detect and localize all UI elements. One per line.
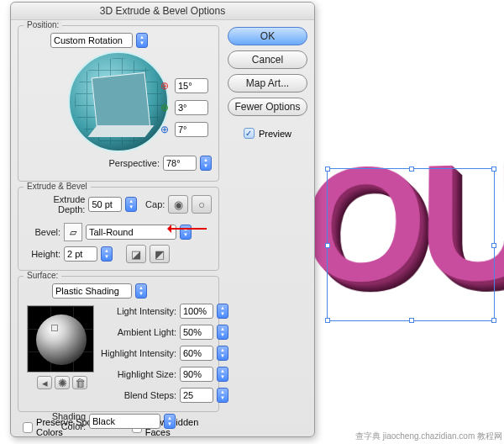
highlight-intensity-label: Highlight Intensity: [99,348,176,358]
artboard-preview: OUT [321,141,501,335]
bevel-extent-out-button[interactable]: ◩ [150,245,170,263]
rotation-preset-stepper[interactable]: ▲▼ [136,33,148,48]
surface-preset-select[interactable]: Plastic Shading [52,283,132,299]
height-label: Height: [25,249,60,259]
surface-legend: Surface: [24,271,61,280]
x-axis-input[interactable]: 15° [175,78,208,93]
light-intensity-stepper[interactable]: ▲▼ [217,304,228,319]
height-input[interactable]: 2 pt [64,246,97,262]
annotation-arrow [170,228,207,230]
shading-color-label: Shading Color: [25,411,86,431]
depth-label: Extrude Depth: [25,194,85,214]
watermark: 查字典 jiaocheng.chazidian.com 教程网 [355,431,502,442]
map-art-button[interactable]: Map Art... [228,74,307,92]
bevel-label: Bevel: [25,227,60,237]
height-stepper[interactable]: ▲▼ [101,246,113,262]
highlight-size-input[interactable]: 90% [180,367,213,382]
y-axis-input[interactable]: 3° [175,100,208,115]
perspective-stepper[interactable]: ▲▼ [200,156,212,171]
rotation-preset-select[interactable]: Custom Rotation [50,33,133,48]
dialog-3d-extrude-bevel: 3D Extrude & Bevel Options OK Cancel Map… [10,2,315,437]
cap-on-button[interactable]: ◉ [168,195,188,214]
bevel-extent-in-button[interactable]: ◪ [126,245,146,263]
cancel-button[interactable]: Cancel [228,50,307,69]
blend-steps-input[interactable]: 25 [180,388,213,403]
depth-stepper[interactable]: ▲▼ [125,197,137,212]
highlight-size-stepper[interactable]: ▲▼ [217,367,228,382]
rotation-track-cube[interactable] [68,51,169,152]
blend-steps-stepper[interactable]: ▲▼ [217,388,228,403]
light-sphere-preview[interactable] [27,305,94,373]
y-axis-icon: ⊕ [158,101,171,114]
position-legend: Position: [24,20,62,29]
depth-input[interactable]: 50 pt [88,197,122,212]
extrude-legend: Extrude & Bevel [24,182,91,191]
highlight-intensity-input[interactable]: 60% [180,346,213,361]
surface-preset-stepper[interactable]: ▲▼ [135,283,147,299]
preview-checkbox[interactable]: ✓ [244,128,255,139]
preview-label: Preview [259,129,291,139]
perspective-label: Perspective: [108,158,160,168]
highlight-size-label: Highlight Size: [99,369,176,379]
delete-light-button[interactable]: 🗑 [72,376,87,389]
shading-color-select[interactable]: Black [89,414,160,429]
bevel-profile-swatch: ▱ [64,223,82,241]
z-axis-input[interactable]: 7° [175,122,208,137]
perspective-input[interactable]: 78° [163,156,197,171]
bevel-stepper[interactable]: ▲▼ [180,225,192,240]
selection-bounds [327,168,495,321]
z-axis-icon: ⊕ [158,123,171,136]
highlight-intensity-stepper[interactable]: ▲▼ [217,346,228,361]
ok-button[interactable]: OK [228,27,307,45]
light-back-button[interactable]: ◂ [37,376,52,389]
ambient-label: Ambient Light: [99,327,176,337]
ambient-stepper[interactable]: ▲▼ [217,325,228,340]
ambient-input[interactable]: 50% [180,325,213,340]
blend-steps-label: Blend Steps: [99,390,176,400]
shading-color-stepper[interactable]: ▲▼ [164,414,176,429]
light-intensity-label: Light Intensity: [99,306,176,316]
dialog-title: 3D Extrude & Bevel Options [11,3,314,20]
new-light-button[interactable]: ✺ [55,376,70,389]
fewer-options-button[interactable]: Fewer Options [228,98,307,116]
cap-label: Cap: [145,199,165,209]
cap-off-button[interactable]: ○ [192,195,212,214]
light-intensity-input[interactable]: 100% [180,304,213,319]
x-axis-icon: ⊕ [158,79,171,92]
